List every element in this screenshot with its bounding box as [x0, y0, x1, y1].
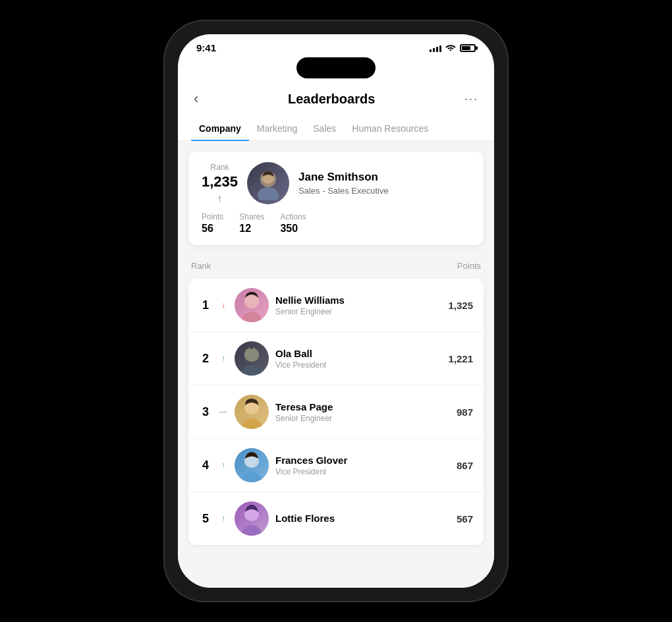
points-stat: Points 56 — [202, 212, 223, 235]
shares-value: 12 — [239, 223, 264, 235]
item-points: 987 — [457, 407, 473, 418]
item-role: Senior Engineer — [275, 414, 450, 423]
svg-point-6 — [244, 295, 259, 308]
signal-icon — [430, 44, 441, 52]
points-label: Points — [202, 212, 223, 221]
shares-stat: Shares 12 — [239, 212, 264, 235]
item-points: 867 — [457, 460, 473, 471]
item-rank: 2 — [199, 352, 212, 366]
header: ‹ Leaderboards ··· — [178, 84, 494, 117]
item-name: Nellie Williams — [275, 295, 441, 306]
avatar — [235, 501, 269, 536]
item-info: Lottie Flores — [275, 513, 450, 525]
svg-point-12 — [241, 472, 262, 482]
rank-number: 1,235 — [202, 173, 238, 190]
trend-icon: ↑ — [219, 514, 228, 523]
trend-icon: ↑ — [219, 461, 228, 470]
shares-label: Shares — [239, 212, 264, 221]
item-name: Lottie Flores — [275, 513, 450, 524]
points-value: 56 — [202, 223, 223, 235]
tab-bar: Company Marketing Sales Human Resources — [178, 117, 494, 141]
item-points: 1,221 — [448, 353, 473, 364]
avatar — [235, 395, 269, 429]
page-title: Leaderboards — [288, 92, 375, 107]
avatar — [235, 341, 269, 376]
wifi-icon — [445, 43, 456, 53]
my-stats: Points 56 Shares 12 Actions 350 — [202, 212, 470, 235]
back-button[interactable]: ‹ — [194, 90, 198, 107]
svg-point-0 — [450, 49, 452, 51]
svg-point-10 — [241, 418, 262, 429]
status-time: 9:41 — [196, 42, 216, 53]
trend-icon: ↓ — [219, 300, 228, 310]
actions-value: 350 — [280, 223, 306, 235]
item-role: Vice President — [275, 467, 450, 476]
item-role: Senior Engineer — [275, 307, 441, 316]
item-name: Ola Ball — [275, 348, 441, 359]
item-points: 1,325 — [448, 300, 473, 311]
my-avatar — [247, 162, 289, 204]
leaderboard-list: 1 ↓ Nellie Williams Senior Engineer — [188, 279, 484, 545]
svg-point-2 — [258, 187, 279, 200]
tab-marketing[interactable]: Marketing — [249, 117, 305, 140]
rank-trend-icon: ↑ — [217, 193, 222, 204]
svg-point-7 — [241, 365, 262, 376]
item-name: Teresa Page — [275, 401, 450, 412]
avatar — [235, 448, 269, 482]
item-info: Teresa Page Senior Engineer — [275, 401, 450, 423]
list-header: Rank Points — [188, 256, 484, 276]
my-rank-top: Rank 1,235 ↑ Jane Smithson — [202, 162, 470, 204]
tab-company[interactable]: Company — [191, 117, 249, 140]
item-info: Frances Glover Vice President — [275, 455, 450, 476]
actions-stat: Actions 350 — [280, 212, 306, 235]
phone-screen: 9:41 — [178, 34, 494, 588]
item-rank: 5 — [199, 512, 212, 526]
status-bar: 9:41 — [178, 34, 494, 57]
list-item[interactable]: 3 — Teresa Page Senior Engineer 987 — [188, 385, 484, 439]
item-info: Nellie Williams Senior Engineer — [275, 295, 441, 316]
avatar — [235, 288, 269, 322]
actions-label: Actions — [280, 212, 306, 221]
my-role: Sales - Sales Executive — [298, 186, 470, 196]
phone-frame: 9:41 — [165, 21, 507, 601]
list-item[interactable]: 4 ↑ Frances Glover Vice President 867 — [188, 439, 484, 492]
list-points-label: Points — [457, 261, 481, 271]
content-area: Rank 1,235 ↑ Jane Smithson — [178, 141, 494, 588]
item-rank: 3 — [199, 405, 212, 419]
item-info: Ola Ball Vice President — [275, 348, 441, 370]
battery-icon — [460, 44, 476, 52]
item-rank: 1 — [199, 298, 212, 312]
svg-point-14 — [241, 525, 262, 536]
item-points: 567 — [457, 513, 473, 524]
item-role: Vice President — [275, 360, 441, 370]
tab-sales[interactable]: Sales — [305, 117, 344, 140]
status-icons — [430, 43, 476, 53]
trend-icon: ↑ — [219, 354, 228, 363]
my-info: Jane Smithson Sales - Sales Executive — [298, 171, 470, 196]
list-item[interactable]: 1 ↓ Nellie Williams Senior Engineer — [188, 279, 484, 332]
my-rank-card: Rank 1,235 ↑ Jane Smithson — [188, 152, 484, 245]
list-rank-label: Rank — [191, 261, 211, 271]
rank-info: Rank 1,235 ↑ — [202, 163, 238, 204]
item-rank: 4 — [199, 459, 212, 472]
svg-point-9 — [244, 349, 259, 362]
my-name: Jane Smithson — [298, 171, 470, 184]
svg-point-4 — [241, 312, 262, 322]
rank-label: Rank — [211, 163, 229, 172]
more-button[interactable]: ··· — [464, 92, 478, 106]
dynamic-island — [296, 57, 376, 78]
tab-hr[interactable]: Human Resources — [344, 117, 436, 140]
item-name: Frances Glover — [275, 455, 450, 466]
list-item[interactable]: 5 ↑ Lottie Flores 567 — [188, 492, 484, 545]
trend-icon: — — [219, 407, 228, 416]
list-item[interactable]: 2 ↑ Ola Ball Vice President — [188, 332, 484, 385]
